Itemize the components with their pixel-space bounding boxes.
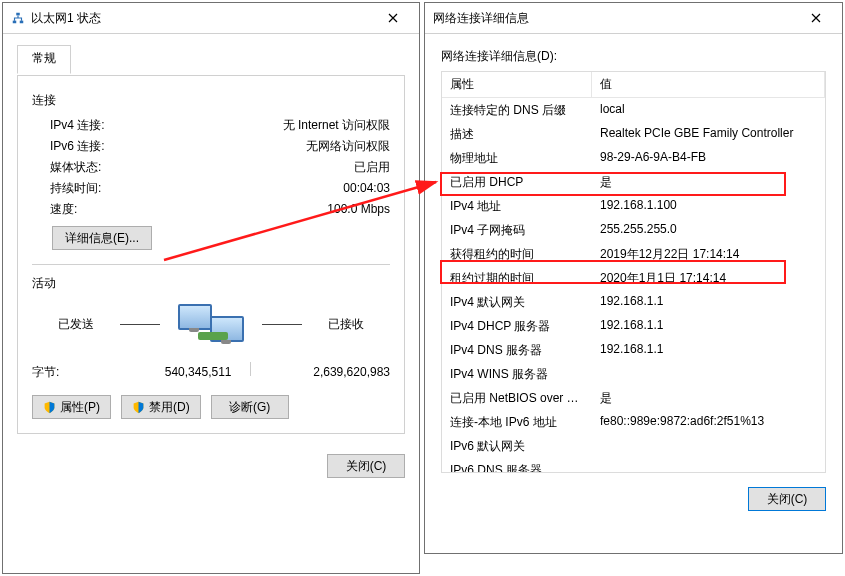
- footer: 关闭(C): [425, 473, 842, 523]
- table-row[interactable]: IPv4 默认网关192.168.1.1: [442, 290, 825, 314]
- table-header: 属性 值: [442, 72, 825, 98]
- speed-row: 速度:100.0 Mbps: [50, 201, 390, 218]
- details-caption: 网络连接详细信息(D):: [441, 48, 826, 65]
- value-cell: 98-29-A6-9A-B4-FB: [592, 146, 825, 170]
- table-row[interactable]: 物理地址98-29-A6-9A-B4-FB: [442, 146, 825, 170]
- property-cell: 物理地址: [442, 146, 592, 170]
- property-cell: IPv4 子网掩码: [442, 218, 592, 242]
- table-row[interactable]: 连接特定的 DNS 后缀local: [442, 98, 825, 122]
- titlebar[interactable]: 网络连接详细信息: [425, 3, 842, 34]
- property-cell: IPv4 DHCP 服务器: [442, 314, 592, 338]
- property-cell: 租约过期的时间: [442, 266, 592, 290]
- table-row[interactable]: IPv4 DNS 服务器192.168.1.1: [442, 338, 825, 362]
- col-property[interactable]: 属性: [442, 72, 592, 97]
- dialog-body: 常规 连接 IPv4 连接:无 Internet 访问权限 IPv6 连接:无网…: [3, 34, 419, 444]
- property-cell: IPv4 DNS 服务器: [442, 338, 592, 362]
- table-row[interactable]: IPv4 WINS 服务器: [442, 362, 825, 386]
- close-button[interactable]: [371, 4, 415, 32]
- bottom-buttons: 属性(P) 禁用(D) 诊断(G): [32, 395, 390, 419]
- ipv6-connectivity-row: IPv6 连接:无网络访问权限: [50, 138, 390, 155]
- bytes-label: 字节:: [32, 364, 92, 381]
- property-cell: 连接-本地 IPv6 地址: [442, 410, 592, 434]
- property-cell: 获得租约的时间: [442, 242, 592, 266]
- diagnose-button[interactable]: 诊断(G): [211, 395, 289, 419]
- table-row[interactable]: 租约过期的时间2020年1月1日 17:14:14: [442, 266, 825, 290]
- table-row[interactable]: 连接-本地 IPv6 地址fe80::989e:9872:ad6f:2f51%1…: [442, 410, 825, 434]
- shield-icon: [43, 401, 56, 414]
- table-row[interactable]: IPv4 地址192.168.1.100: [442, 194, 825, 218]
- value-cell: local: [592, 98, 825, 122]
- svg-rect-0: [16, 13, 20, 16]
- close-icon: [388, 13, 398, 23]
- property-cell: IPv4 默认网关: [442, 290, 592, 314]
- tab-general[interactable]: 常规: [17, 45, 71, 74]
- property-cell: 连接特定的 DNS 后缀: [442, 98, 592, 122]
- monitors-icon: [176, 302, 246, 346]
- window-title: 以太网1 状态: [31, 10, 371, 27]
- value-cell: 192.168.1.1: [592, 314, 825, 338]
- titlebar[interactable]: 以太网1 状态: [3, 3, 419, 34]
- table-row[interactable]: IPv4 DHCP 服务器192.168.1.1: [442, 314, 825, 338]
- table-row[interactable]: 获得租约的时间2019年12月22日 17:14:14: [442, 242, 825, 266]
- property-cell: 已启用 DHCP: [442, 170, 592, 194]
- ipv4-connectivity-row: IPv4 连接:无 Internet 访问权限: [50, 117, 390, 134]
- value-cell: 192.168.1.1: [592, 338, 825, 362]
- table-row[interactable]: IPv6 默认网关: [442, 434, 825, 458]
- table-row[interactable]: IPv4 子网掩码255.255.255.0: [442, 218, 825, 242]
- property-cell: IPv6 DNS 服务器: [442, 458, 592, 473]
- shield-icon: [132, 401, 145, 414]
- value-cell: [592, 362, 825, 386]
- divider: [32, 264, 390, 265]
- property-cell: 描述: [442, 122, 592, 146]
- value-cell: 是: [592, 386, 825, 410]
- value-cell: [592, 434, 825, 458]
- ethernet-status-dialog: 以太网1 状态 常规 连接 IPv4 连接:无 Internet 访问权限 IP…: [2, 2, 420, 574]
- bytes-row: 字节: 540,345,511 2,639,620,983: [32, 362, 390, 381]
- dash-right: [262, 324, 302, 325]
- footer: 关闭(C): [3, 444, 419, 490]
- disable-button[interactable]: 禁用(D): [121, 395, 201, 419]
- col-value[interactable]: 值: [592, 72, 825, 97]
- connection-rows: IPv4 连接:无 Internet 访问权限 IPv6 连接:无网络访问权限 …: [32, 117, 390, 218]
- details-table[interactable]: 属性 值 连接特定的 DNS 后缀local描述Realtek PCIe GBE…: [441, 71, 826, 473]
- table-row[interactable]: IPv6 DNS 服务器: [442, 458, 825, 473]
- close-button[interactable]: [794, 4, 838, 32]
- activity-graphic: 已发送 已接收: [32, 302, 390, 346]
- connection-section-label: 连接: [32, 92, 390, 109]
- activity-recv-label: 已接收: [318, 316, 374, 333]
- dialog-body: 网络连接详细信息(D): 属性 值 连接特定的 DNS 后缀local描述Rea…: [425, 34, 842, 473]
- network-icon: [11, 11, 25, 25]
- property-cell: IPv6 默认网关: [442, 434, 592, 458]
- tab-row: 常规: [17, 44, 405, 73]
- media-state-row: 媒体状态:已启用: [50, 159, 390, 176]
- value-cell: 192.168.1.100: [592, 194, 825, 218]
- bytes-recv-value: 2,639,620,983: [251, 365, 391, 379]
- value-cell: 192.168.1.1: [592, 290, 825, 314]
- dash-left: [120, 324, 160, 325]
- value-cell: 2019年12月22日 17:14:14: [592, 242, 825, 266]
- close-dialog-button[interactable]: 关闭(C): [748, 487, 826, 511]
- activity-sent-label: 已发送: [48, 316, 104, 333]
- table-row[interactable]: 描述Realtek PCIe GBE Family Controller: [442, 122, 825, 146]
- activity-section-label: 活动: [32, 275, 390, 292]
- value-cell: 是: [592, 170, 825, 194]
- svg-rect-2: [20, 21, 24, 24]
- network-details-dialog: 网络连接详细信息 网络连接详细信息(D): 属性 值 连接特定的 DNS 后缀l…: [424, 2, 843, 554]
- table-row[interactable]: 已启用 NetBIOS over Tc...是: [442, 386, 825, 410]
- value-cell: [592, 458, 825, 473]
- close-icon: [811, 13, 821, 23]
- bytes-sent-value: 540,345,511: [92, 365, 250, 379]
- table-row[interactable]: 已启用 DHCP是: [442, 170, 825, 194]
- details-button[interactable]: 详细信息(E)...: [52, 226, 152, 250]
- svg-rect-1: [13, 21, 17, 24]
- close-dialog-button[interactable]: 关闭(C): [327, 454, 405, 478]
- window-title: 网络连接详细信息: [433, 10, 794, 27]
- table-body: 连接特定的 DNS 后缀local描述Realtek PCIe GBE Fami…: [442, 98, 825, 473]
- general-panel: 连接 IPv4 连接:无 Internet 访问权限 IPv6 连接:无网络访问…: [17, 75, 405, 434]
- property-cell: 已启用 NetBIOS over Tc...: [442, 386, 592, 410]
- property-cell: IPv4 地址: [442, 194, 592, 218]
- value-cell: fe80::989e:9872:ad6f:2f51%13: [592, 410, 825, 434]
- properties-button[interactable]: 属性(P): [32, 395, 111, 419]
- duration-row: 持续时间:00:04:03: [50, 180, 390, 197]
- value-cell: 255.255.255.0: [592, 218, 825, 242]
